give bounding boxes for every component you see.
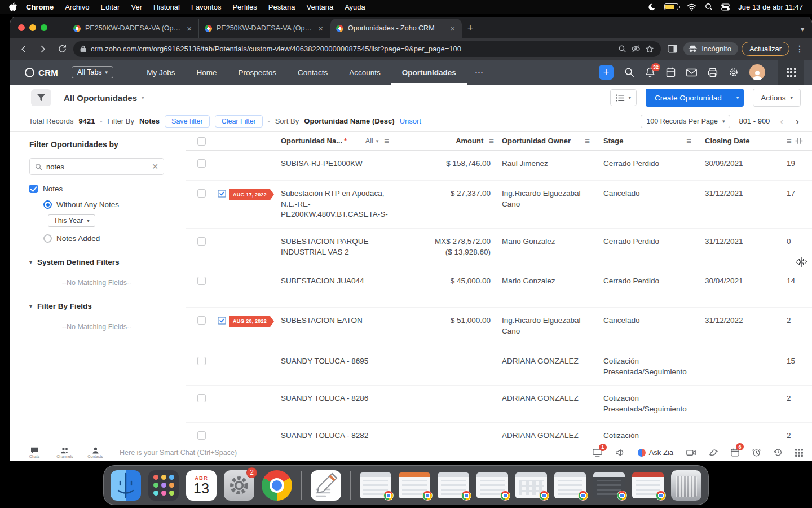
per-page-dropdown[interactable]: 100 Records Per Page▾ [641,115,730,128]
new-tab-button[interactable]: + [462,20,479,37]
sort-by-value[interactable]: Oportunidad Name (Desc) [304,117,394,125]
smart-chat-placeholder[interactable]: Here is your Smart Chat (Ctrl+Space) [120,449,237,457]
col-stage-label[interactable]: Stage [603,137,623,145]
tab-search-chevron-icon[interactable]: ▾ [801,25,804,33]
eye-blocked-icon[interactable] [631,45,641,53]
menubar-item-ver[interactable]: Ver [125,3,148,11]
chrome-update-button[interactable]: Actualizar [742,42,789,56]
table-row[interactable]: SUBISA-RJ-PE1000KW $ 158,746.00 Raul Jim… [186,151,812,181]
notes-added-row[interactable]: Notes Added [43,234,164,243]
without-notes-radio[interactable] [43,200,52,209]
menubar-item-favoritos[interactable]: Favoritos [186,3,227,11]
opportunity-name[interactable]: SUBESTACION JUA044 [281,276,429,287]
spotlight-icon[interactable] [705,3,713,11]
notes-icon[interactable] [311,470,341,501]
all-tabs-dropdown[interactable]: All Tabs▾ [72,66,113,78]
bell-icon[interactable]: 32 [645,67,655,78]
side-panel-icon[interactable] [664,41,680,57]
quick-create-plus-icon[interactable]: + [599,65,614,80]
incognito-profile-chip[interactable]: Incógnito [683,42,738,55]
filter-search-box[interactable]: ✕ [29,158,164,175]
chrome-icon[interactable] [262,470,292,501]
column-settings-icon[interactable] [795,137,803,144]
calendar-clock-icon[interactable]: 6 [731,448,739,457]
apple-menu-icon[interactable] [9,2,17,11]
trash-icon[interactable] [671,470,701,501]
minimized-window[interactable] [554,472,586,498]
kebab-menu-icon[interactable]: ⋮ [793,43,806,54]
table-row[interactable]: SUBESTACION PARQUE INDUSTRIAL VAS 2 MX$ … [186,229,812,268]
browser-tab-2[interactable]: PE250KW-DADESA-VA (Oport × [199,19,330,38]
minimized-window[interactable] [632,472,664,498]
filter-funnel-icon[interactable] [31,89,51,106]
bird-icon[interactable] [709,449,718,457]
table-row[interactable]: SUBESTACION JUA044 $ 45,000.00 Mario Gon… [186,268,812,308]
unsort-link[interactable]: Unsort [400,117,421,125]
notes-checkbox[interactable] [29,185,38,193]
moon-icon[interactable] [647,3,656,11]
menubar-item-editar[interactable]: Editar [95,3,125,11]
url-omnibox[interactable]: crm.zoho.com/crm/org691625136/tab/Potent… [73,41,661,57]
opportunity-name[interactable]: SUBISA-RJ-PE1000KW [281,159,429,169]
row-checkbox[interactable] [197,431,206,440]
minimized-window[interactable] [438,472,469,498]
nav-oportunidades[interactable]: Oportunidades [391,60,467,85]
url-text[interactable]: crm.zoho.com/crm/org691625136/tab/Potent… [91,45,614,53]
table-row[interactable]: SUANDY TOLUCA - 8282 ADRIANA GONZALEZ Co… [186,423,812,444]
notes-added-radio[interactable] [43,234,52,243]
channels-item[interactable]: Channels [50,447,80,458]
notes-filter-row[interactable]: Notes [29,185,164,193]
menubar-item-ayuda[interactable]: Ayuda [339,3,371,11]
browser-tab-active[interactable]: Oportunidades - Zoho CRM × [330,19,462,38]
next-page-chevron[interactable]: › [794,116,801,126]
menubar-item-historial[interactable]: Historial [148,3,186,11]
megaphone-icon[interactable] [615,448,625,457]
column-menu-icon[interactable]: ≡ [489,136,494,146]
task-icon[interactable] [218,316,226,325]
minimized-window[interactable] [476,472,508,498]
search-input[interactable] [46,163,148,171]
zoom-window-button[interactable] [41,24,47,31]
apps-grid-icon[interactable] [778,60,804,85]
minimized-window[interactable] [399,472,430,498]
opportunity-name[interactable]: Subestación RTP en Apodaca, N.L.-RE-PE20… [281,189,429,220]
settings-icon[interactable]: 2 [224,470,254,501]
clear-filter-button[interactable]: Clear Filter [215,115,263,128]
column-menu-icon[interactable]: ≡ [585,136,590,146]
table-row[interactable]: SUANDY TOLUCA - 8286 ADRIANA GONZALEZ Co… [186,386,812,423]
launchpad-icon[interactable] [148,470,179,501]
crm-brand[interactable]: CRM [38,68,58,77]
row-checkbox[interactable] [197,357,206,365]
calendar-icon[interactable] [666,67,676,77]
table-row[interactable]: AUG 17, 2022 Subestación RTP en Apodaca,… [186,181,812,229]
nav-more-icon[interactable]: ⋯ [467,60,491,85]
create-dropdown-icon[interactable]: ▾ [731,89,744,107]
table-row[interactable]: AUG 20, 2022 SUBESTACION EATON $ 51,000.… [186,308,812,348]
browser-tab-1[interactable]: PE250KW-DADESA-VA (Oport × [68,19,199,38]
forward-icon[interactable] [35,41,51,57]
row-checkbox[interactable] [197,316,206,325]
col-closing-label[interactable]: Closing Date [705,137,749,145]
nav-my-jobs[interactable]: My Jobs [136,60,186,85]
task-icon[interactable] [218,189,226,198]
row-checkbox[interactable] [197,394,206,402]
opportunity-name[interactable]: SUANDY TOLUCA - 8286 [281,393,429,404]
menubar-app-name[interactable]: Chrome [20,3,59,11]
gear-icon[interactable] [729,67,739,77]
control-center-icon[interactable] [721,3,730,11]
row-checkbox[interactable] [197,277,206,285]
col-name-label[interactable]: Oportunidad Na... [281,137,342,145]
menubar-item-archivo[interactable]: Archivo [59,3,95,11]
select-all-checkbox[interactable] [197,137,206,146]
battery-icon[interactable] [664,3,678,10]
without-notes-row[interactable]: Without Any Notes [43,200,164,209]
save-filter-button[interactable]: Save filter [165,115,210,128]
create-oportunidad-button[interactable]: Create Oportunidad ▾ [646,89,744,107]
clear-search-icon[interactable]: ✕ [152,162,158,171]
zoom-icon[interactable] [618,45,626,53]
chats-item[interactable]: Chats [19,447,50,458]
minimized-window[interactable] [360,472,391,498]
finder-icon[interactable] [111,470,141,501]
actions-button[interactable]: Actions▾ [753,89,801,107]
ask-zia-button[interactable]: Ask Zia [638,448,673,457]
